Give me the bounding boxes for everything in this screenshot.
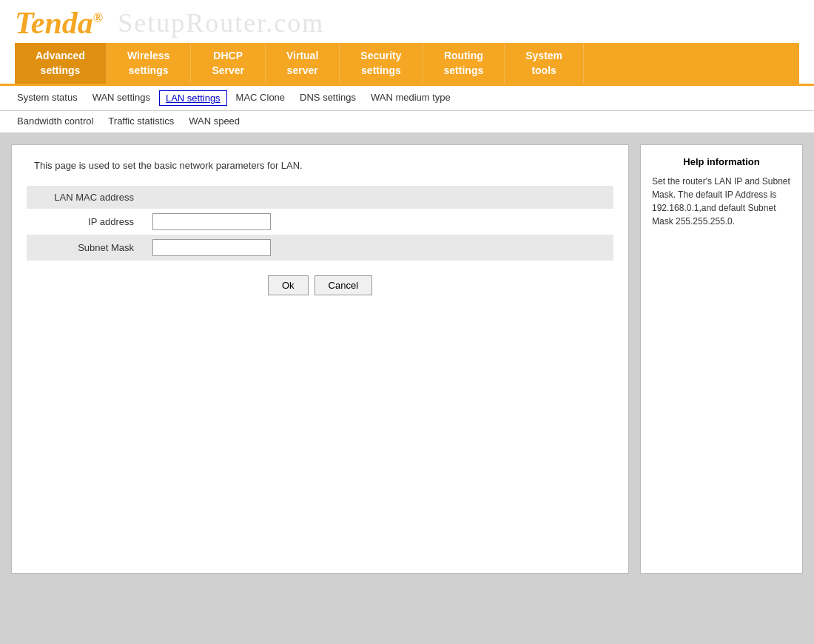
watermark-text: SetupRouter.com xyxy=(118,7,324,38)
subnet-mask-row: Subnet Mask xyxy=(27,235,613,261)
subnav-system-status[interactable]: System status xyxy=(11,90,84,106)
subnet-mask-label: Subnet Mask xyxy=(27,235,145,261)
nav-routing[interactable]: Routingsettings xyxy=(423,43,505,84)
registered-symbol: ® xyxy=(93,10,103,25)
nav-virtual[interactable]: Virtualserver xyxy=(266,43,340,84)
nav-dhcp[interactable]: DHCPServer xyxy=(191,43,266,84)
sub-navigation-row2: Bandwidth control Traffic statistics WAN… xyxy=(0,111,814,133)
lan-mac-value xyxy=(145,186,613,209)
subnav-traffic-statistics[interactable]: Traffic statistics xyxy=(102,114,180,128)
nav-security[interactable]: Securitysettings xyxy=(340,43,423,84)
ok-button[interactable]: Ok xyxy=(268,275,309,295)
subnet-mask-value xyxy=(145,235,613,261)
lan-mac-label: LAN MAC address xyxy=(27,186,145,209)
ip-address-input[interactable] xyxy=(152,213,271,230)
subnav-wan-speed[interactable]: WAN speed xyxy=(183,114,246,128)
subnav-wan-medium-type[interactable]: WAN medium type xyxy=(365,90,457,106)
brand-name: Tenda xyxy=(15,6,93,40)
subnav-mac-clone[interactable]: MAC Clone xyxy=(230,90,291,106)
help-panel: Help information Set the router's LAN IP… xyxy=(640,144,803,574)
brand-logo: Tenda® xyxy=(15,7,103,38)
sub-navigation-row1: System status WAN settings LAN settings … xyxy=(0,86,814,111)
main-navigation: Advancedsettings Wirelesssettings DHCPSe… xyxy=(15,43,799,84)
ip-address-label: IP address xyxy=(27,209,145,235)
nav-advanced[interactable]: Advancedsettings xyxy=(15,43,107,84)
nav-system[interactable]: Systemtools xyxy=(505,43,584,84)
help-title: Help information xyxy=(652,156,791,167)
subnav-wan-settings[interactable]: WAN settings xyxy=(87,90,156,106)
nav-wireless[interactable]: Wirelesssettings xyxy=(107,43,191,84)
page-description: This page is used to set the basic netwo… xyxy=(34,160,613,171)
help-text: Set the router's LAN IP and Subnet Mask.… xyxy=(652,175,791,228)
main-content-panel: This page is used to set the basic netwo… xyxy=(11,144,629,574)
ip-address-row: IP address xyxy=(27,209,613,235)
ip-address-value xyxy=(145,209,613,235)
subnet-mask-input[interactable] xyxy=(152,239,271,256)
subnav-dns-settings[interactable]: DNS settings xyxy=(294,90,362,106)
subnav-lan-settings[interactable]: LAN settings xyxy=(159,90,227,106)
form-actions: Ok Cancel xyxy=(27,261,613,310)
lan-mac-row: LAN MAC address xyxy=(27,186,613,209)
lan-settings-form: LAN MAC address IP address Subnet Mask xyxy=(27,186,613,261)
cancel-button[interactable]: Cancel xyxy=(314,275,372,295)
subnav-bandwidth-control[interactable]: Bandwidth control xyxy=(11,114,99,128)
